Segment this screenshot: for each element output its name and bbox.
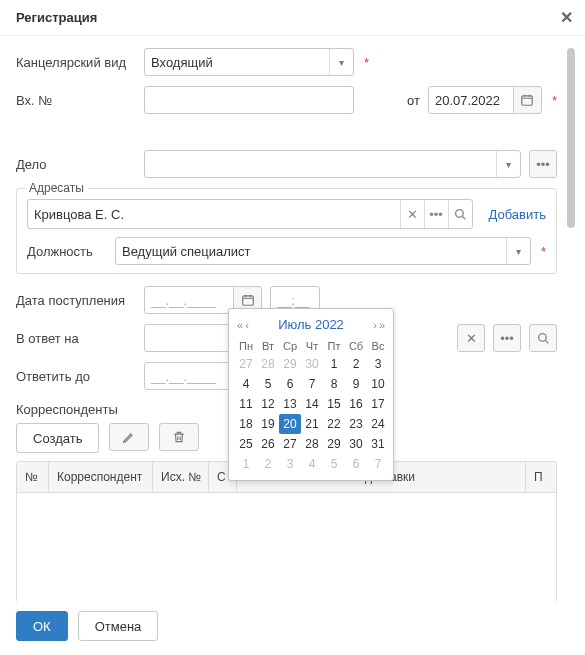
chevron-down-icon: ▾	[496, 151, 520, 177]
calendar-day[interactable]: 17	[367, 394, 389, 414]
col-outno: Исх. №	[153, 462, 209, 492]
position-select[interactable]: Ведущий специалист ▾	[115, 237, 531, 265]
add-addressee-link[interactable]: Добавить	[489, 207, 546, 222]
ok-button[interactable]: ОК	[16, 611, 68, 641]
field-label-receipt-date: Дата поступления	[16, 293, 136, 308]
position-value: Ведущий специалист	[122, 244, 251, 259]
calendar-dow: Пт	[323, 338, 345, 354]
calendar-day-next[interactable]: 5	[323, 454, 345, 474]
calendar-grid: ПнВтСрЧтПтСбВс27282930123456789101112131…	[235, 338, 387, 474]
ot-date-input[interactable]: 20.07.2022	[428, 86, 514, 114]
reply-search-button[interactable]	[529, 324, 557, 352]
calendar-header: « ‹ Июль 2022 › »	[235, 313, 387, 338]
next-month-icon[interactable]: ›	[373, 319, 377, 331]
calendar-day-next[interactable]: 2	[257, 454, 279, 474]
calendar-day[interactable]: 24	[367, 414, 389, 434]
reply-more-button[interactable]: •••	[493, 324, 521, 352]
delo-more-button[interactable]: •••	[529, 150, 557, 178]
calendar-day-next[interactable]: 7	[367, 454, 389, 474]
calendar-day[interactable]: 28	[301, 434, 323, 454]
calendar-day[interactable]: 20	[279, 414, 301, 434]
calendar-day[interactable]: 5	[257, 374, 279, 394]
calendar-day[interactable]: 27	[279, 434, 301, 454]
calendar-day[interactable]: 23	[345, 414, 367, 434]
edit-button[interactable]	[109, 423, 149, 451]
vertical-scrollbar[interactable]	[565, 48, 577, 601]
calendar-day[interactable]: 30	[345, 434, 367, 454]
vhno-input[interactable]	[144, 86, 354, 114]
calendar-day-prev[interactable]: 27	[235, 354, 257, 374]
calendar-day-prev[interactable]: 29	[279, 354, 301, 374]
calendar-day[interactable]: 4	[235, 374, 257, 394]
calendar-title[interactable]: Июль 2022	[249, 317, 373, 332]
calendar-day[interactable]: 21	[301, 414, 323, 434]
next-year-icon[interactable]: »	[379, 319, 385, 331]
chevron-down-icon: ▾	[506, 238, 530, 264]
calendar-dow: Пн	[235, 338, 257, 354]
delete-button[interactable]	[159, 423, 199, 451]
calendar-day-prev[interactable]: 28	[257, 354, 279, 374]
calendar-day[interactable]: 9	[345, 374, 367, 394]
calendar-day[interactable]: 2	[345, 354, 367, 374]
calendar-day-prev[interactable]: 30	[301, 354, 323, 374]
field-label-ot: от	[407, 93, 420, 108]
svg-rect-2	[242, 296, 253, 305]
chevron-down-icon: ▾	[329, 49, 353, 75]
delo-select[interactable]: ▾	[144, 150, 521, 178]
col-correspondent: Корреспондент	[49, 462, 153, 492]
calendar-day-next[interactable]: 6	[345, 454, 367, 474]
calendar-day[interactable]: 10	[367, 374, 389, 394]
calendar-day[interactable]: 19	[257, 414, 279, 434]
addressees-fieldset: Адресаты Кривцова Е. С. ✕ ••• Добавить Д…	[16, 188, 557, 274]
create-button[interactable]: Создать	[16, 423, 99, 453]
calendar-day[interactable]: 7	[301, 374, 323, 394]
reply-clear-button[interactable]: ✕	[457, 324, 485, 352]
calendar-dow: Ср	[279, 338, 301, 354]
scrollbar-thumb[interactable]	[567, 48, 575, 228]
search-icon[interactable]	[448, 200, 472, 228]
calendar-day-next[interactable]: 1	[235, 454, 257, 474]
calendar-day[interactable]: 11	[235, 394, 257, 414]
field-label-reply-to: В ответ на	[16, 331, 136, 346]
col-p: П	[526, 462, 556, 492]
calendar-day[interactable]: 16	[345, 394, 367, 414]
table-body	[17, 493, 556, 601]
reply-to-input[interactable]	[144, 324, 234, 352]
field-label-vhno: Вх. №	[16, 93, 136, 108]
calendar-day[interactable]: 26	[257, 434, 279, 454]
date-picker-popup: « ‹ Июль 2022 › » ПнВтСрЧтПтСбВс27282930…	[228, 308, 394, 481]
field-label-position: Должность	[27, 244, 107, 259]
correspondents-table: № Корреспондент Исх. № С доставки П	[16, 461, 557, 601]
clear-icon[interactable]: ✕	[400, 200, 424, 228]
calendar-day-next[interactable]: 3	[279, 454, 301, 474]
calendar-day[interactable]: 12	[257, 394, 279, 414]
cancel-button[interactable]: Отмена	[78, 611, 159, 641]
calendar-day-next[interactable]: 4	[301, 454, 323, 474]
calendar-day[interactable]: 15	[323, 394, 345, 414]
calendar-icon[interactable]	[514, 86, 542, 114]
receipt-date-input[interactable]: __.__.____	[144, 286, 234, 314]
close-icon[interactable]: ✕	[560, 8, 573, 27]
calendar-day[interactable]: 18	[235, 414, 257, 434]
svg-rect-0	[522, 96, 533, 105]
addressee-input[interactable]: Кривцова Е. С. ✕ •••	[27, 199, 473, 229]
prev-year-icon[interactable]: «	[237, 319, 243, 331]
calendar-day[interactable]: 14	[301, 394, 323, 414]
more-icon[interactable]: •••	[424, 200, 448, 228]
calendar-day[interactable]: 25	[235, 434, 257, 454]
col-num: №	[17, 462, 49, 492]
calendar-day[interactable]: 6	[279, 374, 301, 394]
reply-by-date-input[interactable]: __.__.____	[144, 362, 234, 390]
svg-point-1	[455, 209, 463, 217]
calendar-day[interactable]: 1	[323, 354, 345, 374]
calendar-day[interactable]: 29	[323, 434, 345, 454]
dialog-footer: ОК Отмена	[0, 601, 585, 655]
calendar-day[interactable]: 22	[323, 414, 345, 434]
kanc-type-select[interactable]: Входящий ▾	[144, 48, 354, 76]
svg-point-3	[538, 333, 546, 341]
calendar-day[interactable]: 31	[367, 434, 389, 454]
calendar-day[interactable]: 3	[367, 354, 389, 374]
required-marker: *	[552, 93, 557, 108]
calendar-day[interactable]: 8	[323, 374, 345, 394]
calendar-day[interactable]: 13	[279, 394, 301, 414]
